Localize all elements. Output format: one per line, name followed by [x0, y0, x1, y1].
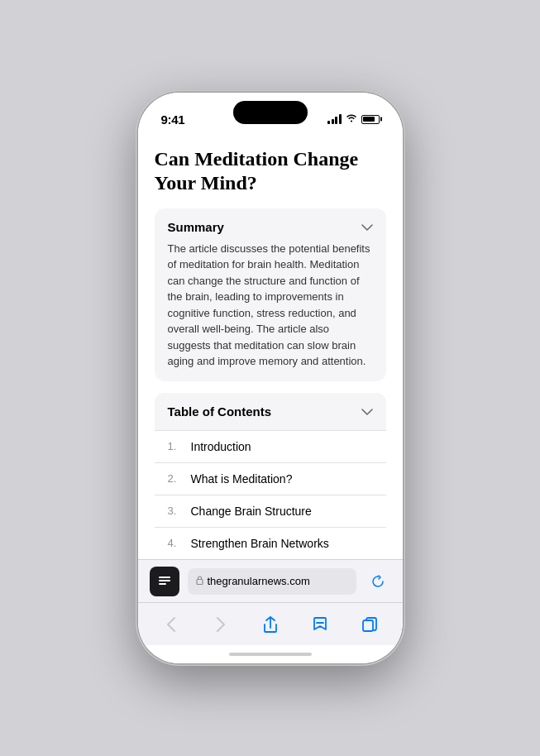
bookmarks-button[interactable]	[302, 606, 338, 643]
tabs-button[interactable]	[351, 606, 388, 643]
home-bar	[229, 653, 312, 656]
toc-number-3: 3.	[168, 505, 186, 517]
toc-header[interactable]: Table of Contents	[155, 393, 386, 430]
battery-icon	[361, 115, 380, 124]
summary-card: Summary The article discusses the potent…	[155, 208, 386, 381]
summary-chevron-icon[interactable]	[361, 221, 373, 233]
toc-title: Table of Contents	[168, 404, 272, 419]
svg-rect-3	[197, 580, 203, 585]
nav-bar	[138, 602, 403, 645]
summary-header[interactable]: Summary	[168, 220, 373, 234]
svg-rect-1	[159, 580, 170, 581]
phone-screen: 9:41	[138, 93, 403, 663]
home-indicator	[138, 645, 403, 663]
url-text: thegranularnews.com	[208, 575, 310, 587]
summary-text: The article discusses the potential bene…	[168, 241, 373, 370]
forward-button[interactable]	[203, 606, 239, 643]
toc-card: Table of Contents 1. Introduction 2. Wha…	[155, 393, 386, 559]
content-area[interactable]: Can Meditation Change Your Mind? Summary…	[138, 134, 403, 559]
toc-item-4[interactable]: 4. Strengthen Brain Networks	[155, 527, 386, 559]
status-icons	[327, 113, 380, 125]
toc-number-4: 4.	[168, 537, 186, 549]
dynamic-island	[233, 101, 308, 124]
reload-button[interactable]	[365, 568, 391, 595]
toc-label-4: Strengthen Brain Networks	[191, 537, 329, 550]
status-time: 9:41	[161, 112, 185, 127]
back-button[interactable]	[153, 606, 189, 643]
address-bar[interactable]: thegranularnews.com	[188, 568, 356, 595]
wifi-icon	[346, 113, 357, 125]
browser-toolbar: thegranularnews.com	[138, 559, 403, 602]
toc-item-1[interactable]: 1. Introduction	[155, 430, 386, 462]
svg-rect-0	[159, 577, 170, 578]
reader-mode-button[interactable]	[150, 567, 179, 596]
toc-label-1: Introduction	[191, 440, 251, 453]
article-title: Can Meditation Change Your Mind?	[155, 147, 386, 195]
summary-title: Summary	[168, 220, 224, 234]
toc-label-3: Change Brain Structure	[191, 505, 312, 518]
phone-frame: 9:41	[138, 93, 403, 663]
toc-number-2: 2.	[168, 472, 186, 485]
toc-chevron-icon[interactable]	[361, 405, 373, 418]
signal-icon	[327, 114, 342, 124]
status-bar: 9:41	[138, 93, 403, 134]
share-button[interactable]	[252, 606, 289, 643]
toc-label-2: What is Meditation?	[191, 472, 293, 486]
toc-item-3[interactable]: 3. Change Brain Structure	[155, 495, 386, 527]
lock-icon	[196, 576, 203, 586]
toc-item-2[interactable]: 2. What is Meditation?	[155, 462, 386, 495]
toc-number-1: 1.	[168, 440, 186, 452]
svg-rect-4	[363, 620, 373, 631]
svg-rect-2	[159, 583, 166, 585]
